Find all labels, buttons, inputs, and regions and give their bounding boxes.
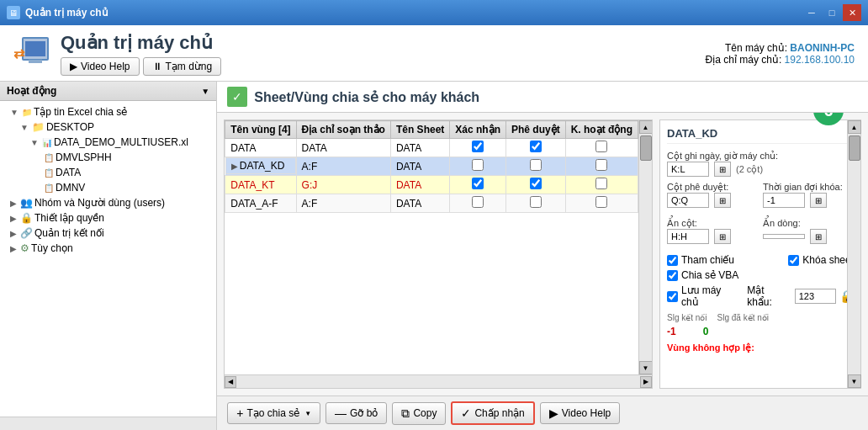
col-header-name: Tên vùng [4]	[225, 121, 296, 139]
cell-xacnhan[interactable]	[450, 194, 506, 213]
check-icon: ✓	[461, 406, 471, 420]
pause-button[interactable]: ⏸ Tạm dừng	[143, 57, 222, 76]
luu-may-checkbox[interactable]	[667, 291, 678, 302]
thoi-gian-field[interactable]: -1	[763, 193, 805, 208]
cell-name: DATA_KT	[225, 176, 296, 194]
cell-pheduyet[interactable]	[506, 157, 566, 176]
an-dong-label: Ẩn dòng:	[763, 218, 854, 229]
app-header: ⇄ Quản trị máy chủ ▶ Video Help ⏸ Tạm dừ…	[0, 25, 868, 82]
cell-pheduyet[interactable]	[506, 194, 566, 213]
right-panel-scrollbar[interactable]: ▲ ▼	[847, 120, 860, 388]
an-dong-field[interactable]	[763, 234, 805, 239]
cell-address: DATA	[296, 139, 390, 157]
sheet-icon: 📋	[44, 168, 54, 178]
an-cot-field[interactable]: H:H	[667, 229, 709, 244]
sidebar-item-label: DMVLSPHH	[56, 151, 112, 163]
sidebar-item-data-demo[interactable]: ▼ 📊 DATA_DEMO_MULTIUSER.xl	[0, 135, 216, 150]
tham-chieu-row: Tham chiếu Khóa sheet	[667, 254, 854, 266]
tao-chia-se-button[interactable]: + Tạo chia sẻ ▼	[227, 402, 320, 424]
an-cot-label: Ẩn cột:	[667, 218, 758, 229]
sidebar-item-tuy-chon[interactable]: ▶ ⚙ Tùy chọn	[0, 241, 216, 256]
table-row[interactable]: DATA_KT G:J DATA	[225, 176, 638, 194]
sidebar-item-data[interactable]: 📋 DATA	[0, 165, 216, 180]
scroll-down-btn[interactable]: ▼	[639, 361, 653, 374]
app-logo: ⇄ Quản trị máy chủ ▶ Video Help ⏸ Tạm dừ…	[13, 32, 221, 76]
main-window: ⇄ Quản trị máy chủ ▶ Video Help ⏸ Tạm dừ…	[0, 25, 868, 430]
sidebar-header: Hoạt động ▼	[0, 82, 216, 101]
cot-ghi-label: Cột ghi ngày, giờ máy chủ:	[667, 151, 854, 162]
chap-nhan-button[interactable]: ✓ Chấp nhận	[451, 401, 534, 425]
video-help-button[interactable]: ▶ Video Help	[61, 57, 140, 76]
sidebar-item-label: Thiết lập quyền	[34, 212, 104, 224]
col-header-xacnhan: Xác nhận	[450, 121, 506, 139]
tham-chieu-checkbox[interactable]	[667, 255, 678, 266]
mat-khau-row: Lưu máy chủ Mật khẩu: 123 🔒	[667, 284, 854, 308]
col-header-sheet: Tên Sheet	[390, 121, 449, 139]
cell-sheet: DATA	[390, 157, 449, 176]
minimize-button[interactable]: ─	[802, 4, 821, 21]
sidebar-item-dmvlsphh[interactable]: 📋 DMVLSPHH	[0, 150, 216, 165]
cell-pheduyet[interactable]	[506, 176, 566, 194]
server-name-label: Tên máy chủ:	[725, 42, 787, 54]
cot-phe-duyet-field[interactable]: Q:Q	[667, 193, 709, 208]
sidebar-item-excel[interactable]: ▼ 📁 Tập tin Excel chia sẻ	[0, 104, 216, 119]
cell-sheet: DATA	[390, 176, 449, 194]
table-row[interactable]: ▶ DATA_KD A:F DATA	[225, 157, 638, 176]
maximize-button[interactable]: □	[823, 4, 841, 21]
cell-xacnhan[interactable]	[450, 157, 506, 176]
sidebar: Hoạt động ▼ ▼ 📁 Tập tin Excel chia sẻ ▼ …	[0, 82, 217, 430]
cell-khoatdong[interactable]	[565, 157, 638, 176]
thoi-gian-icon-btn[interactable]: ⊞	[810, 193, 827, 208]
table-scrollbar-v[interactable]: ▲ ▼	[638, 120, 652, 374]
sidebar-item-label: DMNV	[56, 182, 85, 194]
sheet-icon: 📋	[44, 183, 54, 193]
sidebar-item-users[interactable]: ▶ 👥 Nhóm và Người dùng (users)	[0, 195, 216, 210]
sidebar-scroll-bottom	[0, 417, 216, 430]
sheet-header-icon: ✓	[227, 87, 247, 107]
sidebar-item-label: Nhóm và Người dùng (users)	[34, 197, 165, 209]
cell-xacnhan[interactable]	[450, 176, 506, 194]
cell-khoatdong[interactable]	[565, 176, 638, 194]
col-header-khoatdong: K. hoạt động	[565, 121, 638, 139]
cot-phe-duyet-icon-btn[interactable]: ⊞	[714, 193, 731, 208]
dropdown-arrow-icon: ▼	[304, 410, 311, 417]
table-row[interactable]: DATA_A-F A:F DATA	[225, 194, 638, 213]
cell-sheet: DATA	[390, 139, 449, 157]
scroll-down-btn[interactable]: ▼	[848, 374, 861, 388]
copy-button[interactable]: ⧉ Copy	[392, 402, 446, 425]
chia-se-vba-checkbox[interactable]	[667, 270, 678, 281]
sidebar-item-desktop[interactable]: ▼ 📁 DESKTOP	[0, 119, 216, 135]
cell-khoatdong[interactable]	[565, 139, 638, 157]
go-bo-button[interactable]: — Gỡ bỏ	[326, 402, 387, 424]
expand-icon: ▼	[30, 138, 39, 147]
an-dong-section: Ẩn dòng: ⊞	[763, 218, 854, 249]
cell-address: A:F	[296, 157, 390, 176]
khoa-sheet-checkbox[interactable]	[788, 255, 799, 266]
an-cot-icon-btn[interactable]: ⊞	[714, 229, 731, 244]
mat-khau-field[interactable]: 123	[795, 289, 836, 304]
sidebar-dropdown-icon[interactable]: ▼	[201, 87, 209, 96]
cot-ghi-icon-btn[interactable]: ⊞	[714, 162, 731, 177]
cell-khoatdong[interactable]	[565, 194, 638, 213]
mat-khau-label: Mật khẩu:	[747, 284, 791, 308]
col-header-pheduyet: Phê duyệt	[506, 121, 566, 139]
sidebar-item-ket-noi[interactable]: ▶ 🔗 Quản trị kết nối	[0, 226, 216, 241]
video-icon: ▶	[549, 406, 558, 420]
sidebar-item-label: DESKTOP	[46, 121, 94, 133]
data-table-container: Tên vùng [4] Địa chỉ soạn thảo Tên Sheet…	[224, 119, 653, 389]
cell-pheduyet[interactable]	[506, 139, 566, 157]
cot-ghi-field[interactable]: K:L	[667, 162, 709, 177]
video-help-toolbar-button[interactable]: ▶ Video Help	[540, 402, 621, 424]
scroll-up-btn[interactable]: ▲	[848, 120, 861, 134]
an-dong-icon-btn[interactable]: ⊞	[810, 229, 827, 244]
table-scrollbar-h[interactable]: ◀ ▶	[225, 374, 652, 388]
scroll-up-btn[interactable]: ▲	[639, 120, 653, 134]
server-ip-label: Địa chỉ máy chủ:	[706, 54, 782, 66]
cell-xacnhan[interactable]	[450, 139, 506, 157]
window-title: Quản trị máy chủ	[25, 7, 108, 19]
folder-icon: 📁	[22, 108, 32, 117]
sidebar-item-quyen[interactable]: ▶ 🔒 Thiết lập quyền	[0, 210, 216, 226]
table-row[interactable]: DATA DATA DATA	[225, 139, 638, 157]
sidebar-item-dmnv[interactable]: 📋 DMNV	[0, 180, 216, 195]
close-button[interactable]: ✕	[843, 4, 861, 21]
